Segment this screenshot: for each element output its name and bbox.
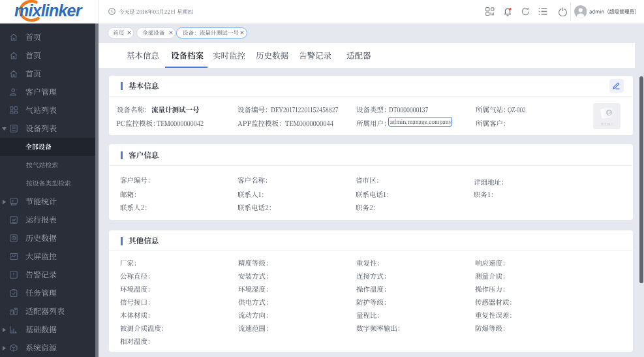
svg-text:6: 6 bbox=[607, 110, 611, 116]
